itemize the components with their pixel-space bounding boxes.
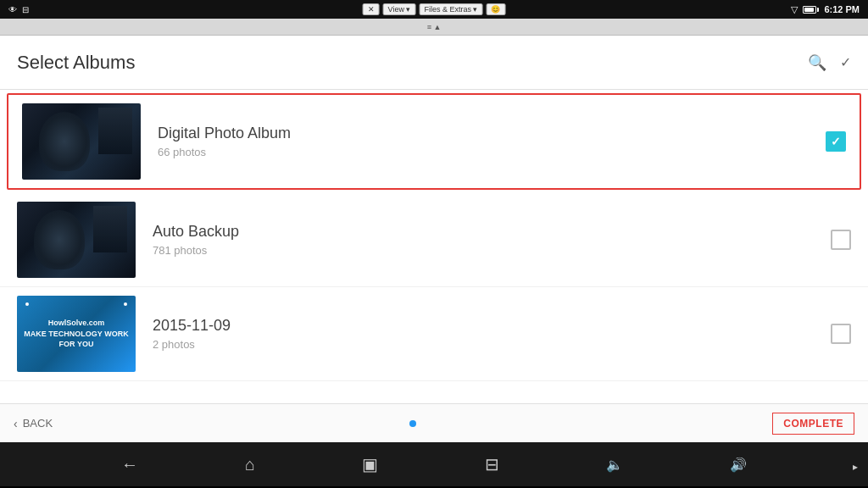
howl-thumb-text: HowlSolve.comMAKE TECHNOLOGY WORK FOR YO… bbox=[17, 318, 136, 350]
album-name: Auto Backup bbox=[153, 223, 831, 241]
album-name: 2015-11-09 bbox=[153, 317, 831, 335]
list-item[interactable]: Digital Photo Album 66 photos bbox=[7, 93, 861, 190]
album-info-2: Auto Backup 781 photos bbox=[153, 223, 831, 257]
nav-vol-up-icon[interactable]: 🔊 bbox=[730, 457, 747, 473]
eye-icon: 👁 bbox=[8, 5, 17, 14]
status-left: 👁 ⊟ bbox=[8, 5, 29, 14]
album-checkbox-3[interactable] bbox=[831, 324, 851, 344]
nav-back-icon[interactable]: ← bbox=[121, 455, 138, 474]
files-extras-btn[interactable]: Files & Extras ▾ bbox=[419, 3, 482, 15]
album-thumbnail-3: HowlSolve.comMAKE TECHNOLOGY WORK FOR YO… bbox=[17, 296, 136, 372]
complete-button[interactable]: COMPLETE bbox=[772, 413, 854, 435]
view-btn[interactable]: View ▾ bbox=[383, 3, 416, 15]
close-btn[interactable]: ✕ bbox=[363, 3, 380, 15]
emoji-btn[interactable]: 😊 bbox=[486, 3, 505, 15]
app-header: Select Albums 🔍 ✓ bbox=[0, 36, 868, 90]
battery-icon bbox=[803, 6, 819, 14]
list-item[interactable]: HowlSolve.comMAKE TECHNOLOGY WORK FOR YO… bbox=[0, 287, 868, 381]
nav-vol-down-icon[interactable]: 🔈 bbox=[606, 457, 623, 473]
album-thumbnail-2 bbox=[17, 202, 136, 278]
app-container: Select Albums 🔍 ✓ Digital Photo Album 66… bbox=[0, 36, 868, 442]
album-checkbox-2[interactable] bbox=[831, 230, 851, 250]
clock: 6:12 PM bbox=[824, 4, 860, 14]
page-indicator bbox=[409, 420, 416, 427]
back-button[interactable]: ‹ BACK bbox=[14, 417, 53, 430]
toolbar-strip: ≡ ▲ bbox=[0, 19, 868, 36]
album-info-3: 2015-11-09 2 photos bbox=[153, 317, 831, 351]
nav-home-icon[interactable]: ⌂ bbox=[245, 455, 255, 474]
status-right: ▽ 6:12 PM bbox=[791, 4, 860, 15]
page-dot-active bbox=[409, 420, 416, 427]
album-count: 66 photos bbox=[158, 146, 826, 158]
album-name: Digital Photo Album bbox=[158, 125, 826, 142]
bottom-bar: ‹ BACK COMPLETE bbox=[0, 403, 868, 442]
wifi-icon: ▽ bbox=[791, 4, 798, 15]
album-list: Digital Photo Album 66 photos Auto Backu… bbox=[0, 90, 868, 403]
back-arrow-icon: ‹ bbox=[14, 417, 18, 430]
album-count: 2 photos bbox=[153, 338, 831, 351]
mini-tool[interactable]: ≡ ▲ bbox=[427, 23, 442, 31]
album-count: 781 photos bbox=[153, 244, 831, 257]
album-checkbox-1[interactable] bbox=[826, 131, 846, 152]
cursor-icon: ▸ bbox=[853, 461, 858, 473]
minus-box-icon: ⊟ bbox=[22, 5, 29, 14]
nav-screen-icon[interactable]: ⊟ bbox=[485, 454, 499, 474]
back-label[interactable]: BACK bbox=[23, 417, 53, 430]
album-info-1: Digital Photo Album 66 photos bbox=[158, 125, 826, 158]
list-item[interactable]: Auto Backup 781 photos bbox=[0, 193, 868, 287]
search-icon[interactable]: 🔍 bbox=[808, 53, 826, 72]
select-all-icon[interactable]: ✓ bbox=[840, 54, 851, 70]
album-thumbnail-1 bbox=[22, 103, 141, 180]
page-title: Select Albums bbox=[17, 52, 135, 74]
status-center: ✕ View ▾ Files & Extras ▾ 😊 bbox=[363, 3, 506, 15]
status-bar: 👁 ⊟ ✕ View ▾ Files & Extras ▾ 😊 ▽ 6:12 P… bbox=[0, 0, 868, 19]
header-icons: 🔍 ✓ bbox=[808, 53, 851, 72]
android-nav-bar: ← ⌂ ▣ ⊟ 🔈 🔊 ▸ bbox=[0, 442, 868, 486]
nav-recents-icon[interactable]: ▣ bbox=[362, 454, 378, 474]
